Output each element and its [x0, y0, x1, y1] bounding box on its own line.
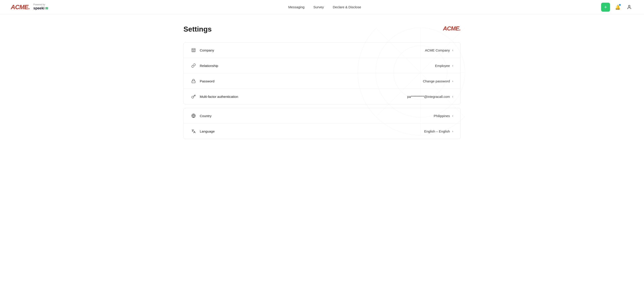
company-chevron: ›: [452, 48, 453, 52]
link-icon: [191, 63, 196, 68]
translate-icon: [191, 128, 196, 134]
globe-icon: [191, 113, 196, 118]
settings-group-1: Company ACME Company › Relationship Empl…: [184, 42, 460, 104]
page-header: Settings ACME.: [184, 25, 460, 33]
svg-point-0: [628, 5, 630, 7]
add-button[interactable]: +: [601, 3, 610, 12]
country-chevron: ›: [452, 114, 453, 117]
mfa-chevron: ›: [452, 95, 453, 98]
relationship-label: Relationship: [200, 64, 218, 68]
relationship-chevron: ›: [452, 64, 453, 67]
header-actions: + 🔔: [601, 3, 633, 12]
lock-icon: [191, 78, 196, 84]
country-label: Country: [200, 114, 212, 118]
password-chevron: ›: [452, 79, 453, 83]
settings-row-relationship[interactable]: Relationship Employee ›: [184, 58, 460, 73]
settings-group-2: Country Philippines ›: [184, 108, 460, 139]
mfa-label: Multi-factor authentication: [200, 95, 238, 98]
language-value: English – English: [424, 129, 450, 133]
speeki-icon: ≋: [45, 6, 48, 11]
app-header: ACME. Powered by speeki ≋ Messaging Surv…: [0, 0, 644, 14]
mfa-value: pa**********@integracall.com: [407, 95, 450, 98]
powered-by-area: Powered by speeki ≋: [33, 3, 48, 11]
speeki-logo: speeki ≋: [33, 6, 48, 11]
brand-corner-logo: ACME.: [443, 25, 460, 32]
user-profile-button[interactable]: [625, 3, 633, 11]
settings-row-password[interactable]: Password Change password ›: [184, 73, 460, 89]
settings-row-country[interactable]: Country Philippines ›: [184, 108, 460, 124]
svg-rect-12: [192, 81, 195, 83]
main-nav: Messaging Survey Declare & Disclose: [288, 5, 361, 9]
nav-declare-disclose[interactable]: Declare & Disclose: [333, 5, 361, 9]
nav-survey[interactable]: Survey: [314, 5, 324, 9]
page-title: Settings: [184, 25, 212, 33]
language-label: Language: [200, 129, 215, 133]
country-value: Philippines: [434, 114, 450, 118]
svg-rect-8: [192, 49, 195, 52]
password-value: Change password: [423, 79, 450, 83]
key-icon: [191, 94, 196, 99]
acme-logo: ACME.: [11, 4, 30, 11]
company-label: Company: [200, 48, 214, 52]
company-value: ACME Company: [425, 48, 450, 52]
relationship-value: Employee: [435, 64, 450, 68]
building-icon: [191, 48, 196, 53]
settings-row-company[interactable]: Company ACME Company ›: [184, 43, 460, 58]
password-label: Password: [200, 79, 214, 83]
settings-row-mfa[interactable]: Multi-factor authentication pa**********…: [184, 89, 460, 104]
notifications-button[interactable]: 🔔: [614, 3, 622, 11]
settings-row-language[interactable]: Language English – English ›: [184, 124, 460, 139]
nav-messaging[interactable]: Messaging: [288, 5, 304, 9]
logo-area: ACME. Powered by speeki ≋: [11, 3, 48, 11]
main-content: Settings ACME. Company ACME Company ›: [166, 14, 478, 153]
user-icon: [627, 5, 632, 10]
powered-by-text: Powered by: [33, 3, 48, 6]
language-chevron: ›: [452, 129, 453, 133]
notification-badge: [619, 4, 621, 6]
